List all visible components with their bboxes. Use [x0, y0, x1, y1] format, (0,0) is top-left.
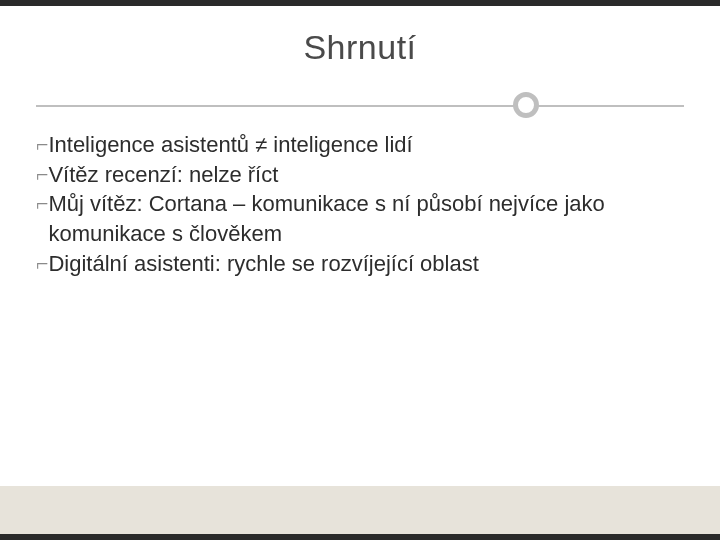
bullet-text: Můj vítěz: Cortana – komunikace s ní půs…	[48, 189, 670, 248]
list-item: ⌐ Vítěz recenzí: nelze říct	[36, 160, 670, 190]
slide: Shrnutí ⌐ Inteligence asistentů ≠ inteli…	[0, 0, 720, 540]
bullet-icon: ⌐	[36, 130, 48, 160]
list-item: ⌐ Inteligence asistentů ≠ inteligence li…	[36, 130, 670, 160]
divider-ring-icon	[513, 92, 539, 118]
bullet-icon: ⌐	[36, 189, 48, 219]
slide-body: ⌐ Inteligence asistentů ≠ inteligence li…	[36, 130, 670, 470]
title-divider	[36, 92, 684, 120]
divider-line	[36, 105, 684, 107]
list-item: ⌐ Můj vítěz: Cortana – komunikace s ní p…	[36, 189, 670, 248]
bullet-icon: ⌐	[36, 160, 48, 190]
bullet-icon: ⌐	[36, 249, 48, 279]
bullet-text: Inteligence asistentů ≠ inteligence lidí	[48, 130, 670, 160]
title-area: Shrnutí	[0, 10, 720, 105]
bullet-text: Vítěz recenzí: nelze říct	[48, 160, 670, 190]
slide-title: Shrnutí	[303, 28, 416, 67]
footer-band	[0, 486, 720, 534]
bullet-text: Digitální asistenti: rychle se rozvíjejí…	[48, 249, 670, 279]
list-item: ⌐ Digitální asistenti: rychle se rozvíje…	[36, 249, 670, 279]
